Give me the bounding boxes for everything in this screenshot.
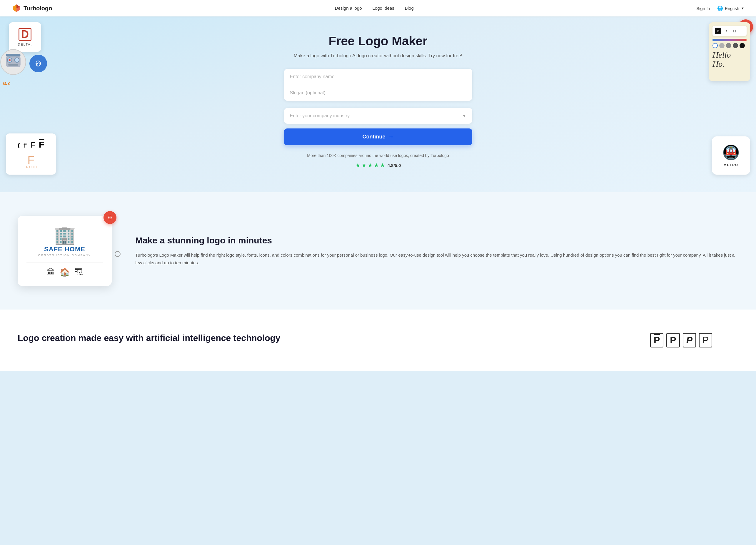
section2-title: Make a stunning logo in minutes (135, 236, 738, 246)
nav-item-design[interactable]: Design a logo (335, 6, 362, 11)
logo-text: Turbologo (24, 5, 52, 12)
trust-text: More than 100K companies around the worl… (284, 152, 472, 159)
left-decorations: D DELTA. M.Y. (0, 16, 65, 192)
section2-description: Turbologo's Logo Maker will help find th… (135, 251, 738, 266)
logo-mockup-card: ⚙ 🏢 SAFE HOME CONSTRUCTION COMPANY 🏛 🏠 🏗 (18, 216, 112, 286)
font-variant-2: f (23, 142, 27, 150)
nav-right: Sign In 🌐 English ▼ (696, 6, 744, 11)
fingerprint-icon (29, 55, 47, 72)
nav-links: Design a logo Logo Ideas Blog (335, 6, 414, 11)
globe-icon: 🌐 (717, 6, 723, 11)
safe-home-subtitle: CONSTRUCTION COMPANY (38, 254, 91, 257)
section-make-logo: ⚙ 🏢 SAFE HOME CONSTRUCTION COMPANY 🏛 🏠 🏗… (0, 192, 756, 309)
turbologo-icon (12, 4, 21, 13)
continue-label: Continue (363, 134, 385, 140)
nav-item-ideas[interactable]: Logo Ideas (373, 6, 394, 11)
section3-title: Logo creation made easy with artificial … (18, 333, 627, 343)
hero-center: Free Logo Maker Make a logo with Turbolo… (284, 34, 472, 169)
language-label: English (725, 6, 739, 11)
navigation: Turbologo Design a logo Logo Ideas Blog … (0, 0, 756, 16)
svg-point-7 (15, 58, 19, 62)
p-variant-4: P (699, 333, 712, 347)
house-icon: 🏠 (60, 268, 70, 277)
robot-illustration (0, 49, 26, 75)
star-4: ★ (374, 162, 379, 169)
hero-subtitle: Make a logo with Turbologo AI logo creat… (284, 52, 472, 59)
chevron-down-icon: ▼ (462, 114, 466, 118)
section3-text: Logo creation made easy with artificial … (18, 333, 627, 346)
mockup-icons-row: 🏛 🏠 🏗 (26, 263, 103, 277)
swatch-light-gray (719, 43, 725, 48)
italic-button: I (723, 28, 730, 34)
hero-title: Free Logo Maker (284, 34, 472, 48)
metro-label: METRO (724, 163, 738, 167)
industry-select-button[interactable]: Enter your company industry ▼ (284, 108, 472, 124)
my-label: M.Y. (3, 81, 11, 86)
text-editor-card: B I U HelloHo. (709, 22, 750, 81)
building-icon: 🏗 (75, 268, 83, 277)
bank-icon: 🏛 (47, 268, 55, 277)
font-variant-3: F (31, 141, 35, 150)
safe-home-building-icon: 🏢 (54, 225, 76, 246)
swatch-dark-gray (733, 43, 738, 48)
rating-value: 4.8/5.0 (388, 163, 401, 168)
nav-item-blog[interactable]: Blog (405, 6, 414, 11)
editor-toolbar: B I U (712, 26, 747, 36)
chevron-down-icon: ▼ (741, 6, 744, 10)
delta-letter: D (19, 28, 31, 41)
star-rating: ★ ★ ★ ★ ★ (355, 162, 385, 169)
logo-link[interactable]: Turbologo (12, 4, 52, 13)
p-variant-1: P (650, 333, 663, 347)
svg-point-8 (9, 59, 11, 61)
section-ai-logo: Logo creation made easy with artificial … (0, 309, 756, 371)
font-variant-1: f (18, 142, 20, 149)
section3-right: P P P P (650, 333, 738, 347)
p-variant-2: P (666, 333, 680, 347)
svg-rect-9 (8, 64, 18, 66)
right-decorations: ⚙ B I U HelloHo. 🚇 METRO (691, 16, 756, 192)
front-f-letter: F (27, 154, 34, 166)
star-5: ★ (380, 162, 385, 169)
front-label: FRONT (24, 166, 38, 169)
mockup-radio-button (115, 251, 121, 257)
industry-placeholder: Enter your company industry (290, 113, 350, 119)
star-1: ★ (355, 162, 361, 169)
arrow-right-icon: → (388, 134, 394, 140)
sign-in-link[interactable]: Sign In (696, 6, 710, 11)
rating-row: ★ ★ ★ ★ ★ 4.8/5.0 (284, 162, 472, 169)
swatch-black (740, 43, 745, 48)
fonts-card: f f F F F FRONT (6, 134, 56, 175)
color-gradient (712, 39, 747, 41)
underline-button: U (731, 28, 738, 34)
language-selector[interactable]: 🌐 English ▼ (717, 6, 744, 11)
swatch-white (712, 43, 718, 48)
slogan-input[interactable] (284, 85, 472, 101)
p-variants: P P P P (650, 333, 738, 347)
color-swatches (712, 43, 747, 48)
metro-logo-card: 🚇 METRO (712, 136, 750, 175)
logo-form-card (284, 69, 472, 101)
p-variant-3: P (683, 333, 696, 347)
mockup-inner: ⚙ 🏢 SAFE HOME CONSTRUCTION COMPANY 🏛 🏠 🏗 (18, 216, 112, 286)
hero-section: D DELTA. M.Y. (0, 16, 756, 192)
mockup-gear-icon: ⚙ (104, 211, 116, 224)
industry-select-wrapper: Enter your company industry ▼ (284, 108, 472, 124)
delta-logo-card: D DELTA. (9, 22, 41, 52)
svg-point-11 (34, 59, 43, 68)
hello-text: HelloHo. (712, 51, 747, 69)
star-3: ★ (368, 162, 373, 169)
svg-rect-10 (6, 54, 21, 56)
safe-home-title: SAFE HOME (44, 246, 85, 253)
metro-icon: 🚇 (722, 144, 740, 161)
swatch-gray (726, 43, 731, 48)
company-name-input[interactable] (284, 69, 472, 85)
section2-text: Make a stunning logo in minutes Turbolog… (135, 236, 738, 266)
delta-label: DELTA. (18, 43, 32, 46)
font-variant-4: F (39, 140, 44, 150)
star-2: ★ (361, 162, 367, 169)
mockup-logo-area: 🏢 SAFE HOME CONSTRUCTION COMPANY (26, 225, 103, 257)
industry-select-card: Enter your company industry ▼ (284, 108, 472, 124)
continue-button[interactable]: Continue → (284, 129, 472, 145)
bold-button: B (715, 28, 721, 34)
gear-icon: ⚙ (107, 214, 113, 221)
